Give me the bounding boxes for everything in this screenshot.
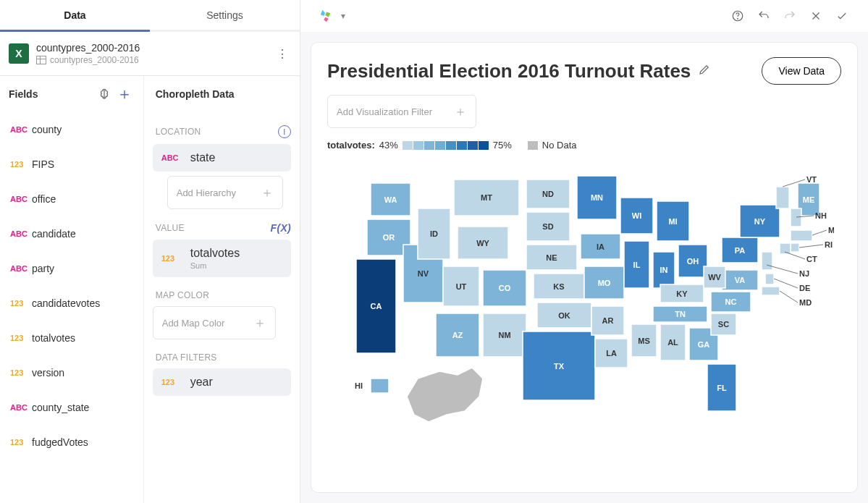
state-label: TX — [554, 362, 565, 371]
table-icon — [36, 56, 46, 64]
add-field-icon[interactable]: ＋ — [114, 84, 135, 104]
undo-icon[interactable] — [751, 3, 777, 29]
choropleth-map[interactable]: WAORCANVIDMTWYUTCOAZNMNDSDNEKSOKTXMNIAMO… — [327, 158, 834, 447]
num-type-icon: 123 — [161, 378, 183, 386]
add-viz-filter[interactable]: Add Visualization Filter＋ — [327, 95, 476, 128]
state-label: RI — [825, 240, 833, 249]
value-pill[interactable]: 123 totalvotes Sum — [153, 240, 291, 277]
datasource-kebab-icon[interactable]: ⋮ — [274, 47, 291, 61]
num-type-icon: 123 — [10, 299, 32, 308]
location-pill[interactable]: ABC state — [153, 144, 291, 172]
state-DE[interactable] — [765, 274, 774, 284]
state-label: CA — [371, 302, 382, 310]
field-name: county_state — [32, 402, 89, 413]
abc-type-icon: ABC — [10, 125, 32, 134]
legend-field: totalvotes: — [327, 140, 375, 151]
state-label: ID — [430, 229, 438, 238]
mapcolor-section-label: MAP COLOR — [156, 290, 210, 300]
state-label: NC — [725, 297, 737, 306]
tab-settings[interactable]: Settings — [150, 0, 300, 30]
info-icon[interactable]: i — [278, 125, 291, 138]
state-label: KS — [553, 282, 564, 291]
filter-pill[interactable]: 123 year — [153, 368, 291, 396]
state-MD[interactable] — [762, 287, 780, 295]
state-label: FL — [717, 384, 727, 392]
num-type-icon: 123 — [10, 334, 32, 342]
brain-icon[interactable] — [94, 84, 114, 104]
value-pill-name: totalvotes — [190, 247, 240, 260]
state-label: VA — [735, 276, 746, 284]
state-label: AZ — [452, 331, 463, 339]
value-section-label: VALUE — [156, 223, 185, 233]
field-row[interactable]: ABCcounty — [4, 112, 139, 147]
field-row[interactable]: 123fudgedVotes — [4, 425, 139, 460]
num-type-icon: 123 — [161, 254, 183, 263]
state-label: AL — [667, 338, 678, 347]
state-NH[interactable] — [791, 208, 801, 227]
edit-title-icon[interactable] — [698, 63, 711, 79]
close-icon[interactable] — [803, 3, 829, 29]
chevron-down-icon[interactable]: ▾ — [341, 11, 345, 21]
plus-icon: ＋ — [253, 314, 266, 331]
legend: totalvotes: 43% 75% No Data — [327, 140, 841, 151]
field-row[interactable]: 123candidatevotes — [4, 286, 139, 321]
tab-data[interactable]: Data — [0, 0, 150, 30]
fx-icon[interactable]: F(x) — [271, 222, 291, 234]
field-row[interactable]: ABCcandidate — [4, 216, 139, 251]
datasource-row[interactable]: X countypres_2000-2016 countypres_2000-2… — [0, 32, 300, 76]
state-VT[interactable] — [776, 187, 789, 208]
view-data-button[interactable]: View Data — [762, 57, 841, 85]
plus-icon: ＋ — [454, 103, 467, 120]
state-CT[interactable] — [780, 243, 791, 254]
state-label: MN — [591, 193, 603, 202]
state-NJ[interactable] — [762, 252, 772, 270]
field-name: candidate — [32, 228, 76, 240]
state-label: NJ — [799, 269, 809, 278]
state-HI[interactable] — [371, 379, 389, 393]
left-tabs: Data Settings — [0, 0, 300, 32]
state-MA[interactable] — [791, 230, 812, 241]
location-section-label: LOCATION — [156, 127, 201, 137]
help-icon[interactable] — [725, 3, 751, 29]
abc-type-icon: ABC — [10, 229, 32, 238]
field-name: office — [32, 193, 56, 205]
datasource-title: countypres_2000-2016 — [36, 42, 274, 54]
state-label: DE — [799, 284, 810, 292]
state-label: NM — [498, 331, 510, 339]
state-label: AR — [602, 316, 614, 325]
abc-type-icon: ABC — [10, 403, 32, 412]
field-row[interactable]: ABCparty — [4, 251, 139, 286]
add-mapcolor-slot[interactable]: Add Map Color＋ — [153, 306, 276, 339]
location-pill-name: state — [190, 151, 216, 164]
state-label: MO — [598, 279, 611, 287]
state-label: NV — [418, 269, 429, 278]
field-row[interactable]: 123version — [4, 355, 139, 390]
redo-icon[interactable] — [777, 3, 803, 29]
field-row[interactable]: 123FIPS — [4, 147, 139, 182]
add-hierarchy-slot[interactable]: Add Hierarchy＋ — [167, 176, 283, 209]
filter-pill-name: year — [190, 376, 213, 389]
field-name: county — [32, 124, 62, 135]
abc-type-icon: ABC — [10, 195, 32, 203]
state-label: CO — [499, 284, 511, 292]
state-label: IN — [660, 266, 668, 274]
field-name: fudgedVotes — [32, 436, 88, 448]
state-label: WI — [632, 211, 641, 220]
fields-header: Fields — [9, 88, 94, 100]
field-row[interactable]: ABCoffice — [4, 182, 139, 216]
choropleth-header: Choropleth Data — [156, 88, 288, 100]
state-label: GA — [698, 340, 710, 349]
num-type-icon: 123 — [10, 368, 32, 377]
svg-line-5 — [799, 245, 823, 248]
geography-selector-icon[interactable] — [313, 3, 340, 29]
state-label: ME — [803, 195, 815, 204]
state-label: OK — [558, 311, 570, 320]
state-label: PA — [735, 246, 746, 255]
state-label: NE — [546, 253, 557, 262]
field-row[interactable]: ABCcounty_state — [4, 390, 139, 425]
field-row[interactable]: 123totalvotes — [4, 321, 139, 355]
plus-icon: ＋ — [261, 184, 274, 201]
confirm-icon[interactable] — [829, 3, 855, 29]
num-type-icon: 123 — [10, 438, 32, 447]
state-RI[interactable] — [791, 243, 799, 252]
